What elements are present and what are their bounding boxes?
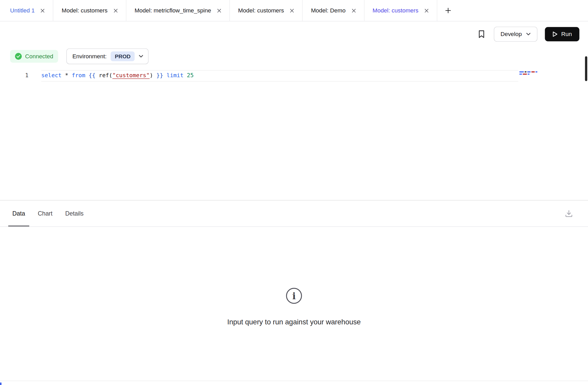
tab-label: Untitled 1 [10, 7, 35, 14]
connection-status-label: Connected [25, 53, 53, 60]
code-token: }} [156, 72, 163, 79]
close-icon[interactable] [424, 9, 429, 13]
close-icon[interactable] [114, 9, 118, 13]
tab-label: Model: Demo [311, 7, 346, 14]
close-icon[interactable] [351, 9, 356, 13]
new-tab-button[interactable] [437, 0, 459, 21]
download-button[interactable] [563, 208, 574, 219]
minimap-mark [535, 71, 537, 72]
minimap [519, 71, 544, 76]
code-token [163, 72, 166, 79]
minimap-row [519, 71, 544, 72]
corner-artifact [0, 383, 2, 385]
run-label: Run [561, 31, 572, 37]
code-token: from [72, 72, 85, 79]
results-tab-chart[interactable]: Chart [34, 201, 57, 226]
minimap-mark [531, 71, 535, 72]
editor-tab[interactable]: Model: Demo [303, 0, 364, 21]
environment-badge: PROD [111, 52, 135, 61]
editor-tab[interactable]: Untitled 1 [0, 0, 53, 21]
code-token: * [65, 72, 68, 79]
code-token: select [41, 72, 62, 79]
editor-tab[interactable]: Model: metricflow_time_spine [126, 0, 230, 21]
app-window: Untitled 1Model: customersModel: metricf… [0, 0, 588, 385]
code-token [95, 72, 99, 79]
develop-label: Develop [501, 31, 522, 37]
code-token [85, 72, 89, 79]
bookmark-icon [478, 30, 485, 38]
toolbar: Develop Run [0, 22, 588, 47]
status-row: Connected Environment: PROD [0, 47, 588, 66]
code-token: ref [99, 72, 109, 79]
results-empty-state: i Input query to run against your wareho… [0, 227, 588, 326]
code-editor[interactable]: 1 select * from {{ ref("customers") }} l… [0, 66, 588, 201]
connection-status-badge: Connected [10, 50, 58, 63]
plus-icon [445, 8, 451, 13]
code-token: ( [109, 72, 112, 79]
empty-state-text: Input query to run against your warehous… [227, 318, 361, 326]
minimap-mark [519, 74, 522, 75]
chevron-down-icon [139, 55, 143, 58]
download-icon [565, 209, 573, 218]
bookmark-button[interactable] [476, 28, 486, 39]
close-icon[interactable] [41, 9, 45, 13]
play-icon [552, 31, 557, 37]
close-icon[interactable] [290, 9, 294, 13]
code-token [62, 72, 65, 79]
results-panel: DataChartDetails i Input query to run ag… [0, 201, 588, 326]
editor-tab[interactable]: Model: customers [364, 0, 437, 21]
editor-tab[interactable]: Model: customers [53, 0, 126, 21]
editor-tab[interactable]: Model: customers [230, 0, 303, 21]
code-token: ) [150, 72, 153, 79]
code-token: "customers" [112, 72, 150, 79]
code-token [183, 72, 187, 79]
tab-label: Model: customers [238, 7, 284, 14]
minimap-mark [519, 71, 524, 72]
bottom-divider [0, 381, 588, 381]
close-icon[interactable] [217, 9, 221, 13]
chevron-down-icon [526, 32, 530, 35]
minimap-mark [525, 71, 526, 72]
check-circle-icon [15, 53, 22, 60]
tab-label: Model: customers [62, 7, 107, 14]
line-number: 1 [0, 70, 28, 81]
develop-dropdown[interactable]: Develop [494, 26, 537, 41]
scrollbar-thumb[interactable] [585, 56, 587, 81]
run-button[interactable]: Run [545, 27, 579, 41]
minimap-row [519, 74, 544, 75]
tab-label: Model: customers [373, 7, 418, 14]
code-token: 25 [187, 72, 194, 79]
minimap-mark [527, 71, 531, 72]
info-icon: i [285, 287, 303, 304]
tab-label: Model: metricflow_time_spine [135, 7, 211, 14]
environment-label: Environment: [72, 53, 107, 60]
results-tab-details[interactable]: Details [61, 201, 88, 226]
tab-bar: Untitled 1Model: customersModel: metricf… [0, 0, 588, 22]
results-tab-bar: DataChartDetails [0, 201, 588, 227]
code-token: {{ [89, 72, 95, 79]
minimap-mark [528, 74, 530, 75]
results-tab-data[interactable]: Data [8, 201, 29, 226]
environment-selector[interactable]: Environment: PROD [66, 48, 149, 64]
code-token: limit [167, 72, 183, 79]
code-token [68, 72, 72, 79]
minimap-mark [523, 74, 527, 75]
code-line[interactable]: select * from {{ ref("customers") }} lim… [41, 70, 194, 81]
code-token [153, 72, 156, 79]
svg-text:i: i [292, 291, 296, 301]
